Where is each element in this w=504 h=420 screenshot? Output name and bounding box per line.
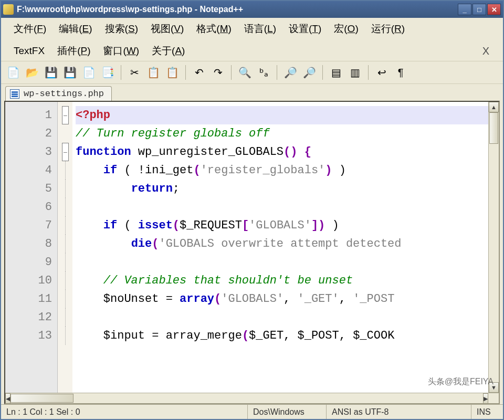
- close-all-icon[interactable]: 📑: [99, 64, 117, 81]
- sync-v-icon[interactable]: ▤: [327, 64, 345, 81]
- line-number[interactable]: 3: [5, 143, 52, 161]
- fold-guide: [58, 253, 72, 271]
- cut-icon[interactable]: ✂: [125, 64, 143, 81]
- code-line[interactable]: if ( !ini_get('register_globals') ): [76, 161, 488, 180]
- toolbar-separator: [185, 65, 186, 80]
- code-line[interactable]: $noUnset = array('GLOBALS', '_GET', '_PO…: [76, 290, 488, 308]
- v-scroll-thumb[interactable]: [489, 112, 498, 144]
- toolbar-separator: [322, 65, 323, 80]
- close-button[interactable]: ✕: [487, 4, 501, 15]
- replace-icon[interactable]: ᵇₐ: [255, 64, 272, 81]
- line-number[interactable]: 9: [5, 253, 52, 271]
- paste-icon[interactable]: 📋: [163, 64, 181, 81]
- line-number[interactable]: 6: [5, 198, 52, 216]
- open-file-icon[interactable]: 📂: [23, 64, 41, 81]
- titlebar[interactable]: F:\wwwroot\php\wordpress\wp-settings.php…: [1, 1, 503, 18]
- menu-L[interactable]: 语言(L): [238, 21, 282, 37]
- toolbar-separator: [231, 65, 232, 80]
- code-line[interactable]: $input = array_merge($_GET, $_POST, $_CO…: [76, 327, 488, 345]
- fold-guide: [58, 198, 72, 216]
- line-number[interactable]: 8: [5, 235, 52, 253]
- code-line[interactable]: // Variables that shouldn't be unset: [76, 271, 488, 290]
- toolbar-separator: [277, 65, 277, 80]
- menu-R[interactable]: 运行(R): [365, 21, 411, 37]
- scroll-left-button[interactable]: ◀: [5, 393, 10, 404]
- new-file-icon[interactable]: 📄: [4, 64, 22, 81]
- line-number[interactable]: 11: [5, 290, 52, 308]
- code-line[interactable]: [76, 308, 488, 327]
- menu-9[interactable]: TextFX: [7, 44, 51, 58]
- fold-guide: [58, 327, 72, 345]
- zoom-in-icon[interactable]: 🔎: [281, 64, 299, 81]
- line-number[interactable]: 1: [5, 106, 52, 124]
- fold-guide: [58, 216, 72, 235]
- editor[interactable]: 12345678910111213 −− <?php// Turn regist…: [5, 102, 499, 393]
- scroll-corner: [488, 393, 499, 404]
- scroll-up-button[interactable]: ▲: [489, 102, 499, 112]
- find-icon[interactable]: 🔍: [236, 64, 254, 81]
- menu-A[interactable]: 关于(A): [145, 43, 191, 59]
- menu-T[interactable]: 设置(T): [282, 21, 328, 37]
- line-number-gutter[interactable]: 12345678910111213: [5, 102, 58, 393]
- code-line[interactable]: return;: [76, 180, 488, 198]
- fold-empty: [58, 124, 72, 143]
- save-all-icon[interactable]: 💾: [61, 64, 79, 81]
- fold-guide: [58, 290, 72, 308]
- undo-icon[interactable]: ↶: [190, 64, 208, 81]
- menu-P[interactable]: 插件(P): [51, 43, 97, 59]
- code-line[interactable]: function wp_unregister_GLOBALS() {: [76, 143, 488, 161]
- code-line[interactable]: <?php: [76, 106, 488, 124]
- fold-guide: [58, 161, 72, 180]
- tab-bar: wp-settings.php: [1, 84, 503, 101]
- menu-S[interactable]: 搜索(S): [99, 21, 144, 37]
- toolbar-separator: [121, 65, 121, 80]
- menu-O[interactable]: 宏(O): [328, 21, 364, 37]
- scroll-down-button[interactable]: ▼: [489, 382, 499, 393]
- redo-icon[interactable]: ↷: [209, 64, 227, 81]
- code-line[interactable]: die('GLOBALS overwrite attempt detected: [76, 235, 488, 253]
- save-icon[interactable]: 💾: [42, 64, 60, 81]
- h-scroll-track[interactable]: [10, 393, 483, 403]
- horizontal-scrollbar[interactable]: ◀ ▶: [5, 393, 499, 403]
- fold-guide: [58, 308, 72, 327]
- fold-guide: [58, 271, 72, 290]
- copy-icon[interactable]: 📋: [144, 64, 162, 81]
- show-all-icon[interactable]: ¶: [392, 64, 410, 81]
- code-line[interactable]: [76, 253, 488, 271]
- line-number[interactable]: 5: [5, 180, 52, 198]
- minimize-button[interactable]: _: [458, 4, 471, 15]
- code-view[interactable]: <?php// Turn register globals offfunctio…: [72, 102, 488, 393]
- menu-W[interactable]: 窗口(W): [97, 43, 145, 59]
- fold-collapse-icon[interactable]: −: [58, 143, 72, 161]
- fold-collapse-icon[interactable]: −: [58, 106, 72, 124]
- maximize-button[interactable]: □: [472, 4, 486, 15]
- line-number[interactable]: 4: [5, 161, 52, 180]
- line-number[interactable]: 13: [5, 327, 52, 345]
- toolbar-separator: [368, 65, 369, 80]
- line-number[interactable]: 2: [5, 124, 52, 143]
- fold-column[interactable]: −−: [58, 102, 72, 393]
- status-mode: INS: [471, 405, 503, 419]
- wrap-icon[interactable]: ↩: [373, 64, 391, 81]
- menu-M[interactable]: 格式(M): [190, 21, 237, 37]
- file-tab[interactable]: wp-settings.php: [5, 86, 112, 101]
- code-line[interactable]: if ( isset($_REQUEST['GLOBALS']) ): [76, 216, 488, 235]
- scroll-right-button[interactable]: ▶: [483, 393, 488, 404]
- h-scroll-thumb[interactable]: [10, 394, 74, 403]
- v-scroll-track[interactable]: [489, 112, 499, 382]
- menu-F[interactable]: 文件(F): [7, 21, 52, 37]
- close-file-icon[interactable]: 📄: [80, 64, 98, 81]
- code-line[interactable]: [76, 198, 488, 216]
- menu-E[interactable]: 编辑(E): [52, 21, 98, 37]
- line-number[interactable]: 10: [5, 271, 52, 290]
- line-number[interactable]: 12: [5, 308, 52, 327]
- window-title: F:\wwwroot\php\wordpress\wp-settings.php…: [17, 5, 458, 14]
- line-number[interactable]: 7: [5, 216, 52, 235]
- status-eol: Dos\Windows: [248, 405, 327, 419]
- code-line[interactable]: // Turn register globals off: [76, 124, 488, 143]
- sync-h-icon[interactable]: ▥: [346, 64, 364, 81]
- mdi-close-button[interactable]: X: [475, 45, 497, 57]
- menu-V[interactable]: 视图(V): [144, 21, 190, 37]
- vertical-scrollbar[interactable]: ▲ ▼: [488, 102, 499, 393]
- zoom-out-icon[interactable]: 🔎: [300, 64, 318, 81]
